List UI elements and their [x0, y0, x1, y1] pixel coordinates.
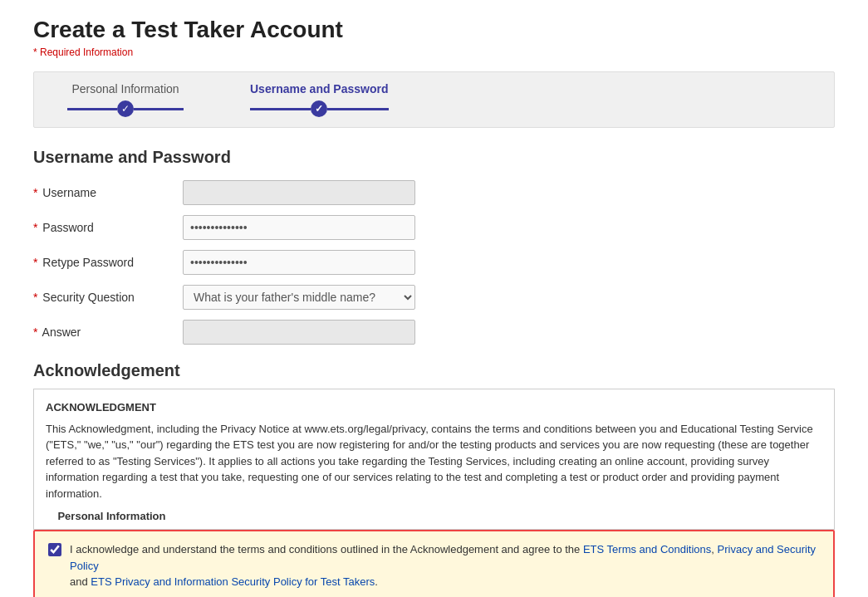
answer-row: * Answer	[33, 320, 835, 345]
tab-personal-info[interactable]: Personal Information ✓	[34, 72, 217, 127]
checkbox-area: I acknowledge and understand the terms a…	[33, 530, 835, 597]
tab-personal-info-circle: ✓	[117, 100, 134, 117]
tab-username-password-indicator: ✓	[250, 100, 389, 117]
password-label: * Password	[33, 221, 183, 234]
acknowledgement-paragraph-1: This Acknowledgment, including the Priva…	[46, 421, 822, 502]
password-input[interactable]	[183, 215, 415, 240]
retype-password-input[interactable]	[183, 250, 415, 275]
tab-personal-info-line-left	[67, 108, 117, 110]
retype-password-label: * Retype Password	[33, 256, 183, 269]
security-question-select[interactable]: What is your father's middle name? What …	[183, 285, 415, 310]
tab-username-password-circle: ✓	[311, 100, 327, 117]
tab-username-password[interactable]: Username and Password ✓	[217, 72, 422, 127]
acknowledgement-section: Acknowledgement ACKNOWLEDGMENT This Ackn…	[33, 361, 835, 597]
answer-label: * Answer	[33, 325, 183, 339]
acknowledge-checkbox-label: I acknowledge and understand the terms a…	[70, 541, 820, 590]
acknowledge-checkbox[interactable]	[48, 543, 61, 556]
page-wrapper: Create a Test Taker Account * Required I…	[0, 0, 868, 597]
tab-personal-info-line-right	[134, 108, 184, 110]
answer-input[interactable]	[183, 320, 415, 345]
tabs-container: Personal Information ✓ Username and Pass…	[33, 71, 835, 128]
tab-username-password-line-right	[327, 108, 388, 110]
username-required-star: *	[33, 186, 37, 199]
tab-personal-info-label: Personal Information	[71, 82, 179, 95]
password-row: * Password	[33, 215, 835, 240]
username-row: * Username	[33, 180, 835, 205]
security-question-row: * Security Question What is your father'…	[33, 285, 835, 310]
security-question-label: * Security Question	[33, 291, 183, 304]
ets-terms-link[interactable]: ETS Terms and Conditions	[583, 543, 711, 555]
required-info: * Required Information	[33, 46, 835, 58]
answer-required-star: *	[33, 325, 37, 339]
retype-password-required-star: *	[33, 256, 37, 269]
tab-username-password-label: Username and Password	[250, 82, 389, 95]
retype-password-row: * Retype Password	[33, 250, 835, 275]
username-input[interactable]	[183, 180, 415, 205]
acknowledgement-content: ACKNOWLEDGMENT This Acknowledgment, incl…	[46, 399, 822, 530]
page-title: Create a Test Taker Account	[33, 17, 835, 43]
section-title: Username and Password	[33, 148, 835, 167]
acknowledgement-content-title: ACKNOWLEDGMENT	[46, 399, 822, 416]
tab-username-password-line-left	[250, 108, 311, 110]
ets-privacy-link[interactable]: ETS Privacy and Information Security Pol…	[91, 575, 375, 588]
username-label: * Username	[33, 186, 183, 199]
acknowledgement-title: Acknowledgement	[33, 361, 835, 380]
acknowledgement-textbox[interactable]: ACKNOWLEDGMENT This Acknowledgment, incl…	[33, 389, 835, 530]
acknowledgement-personal-info-heading: Personal Information	[46, 508, 822, 525]
password-required-star: *	[33, 221, 37, 234]
tab-personal-info-indicator: ✓	[67, 100, 184, 117]
security-question-required-star: *	[33, 291, 37, 304]
username-password-section: Username and Password * Username * Passw…	[33, 148, 835, 345]
